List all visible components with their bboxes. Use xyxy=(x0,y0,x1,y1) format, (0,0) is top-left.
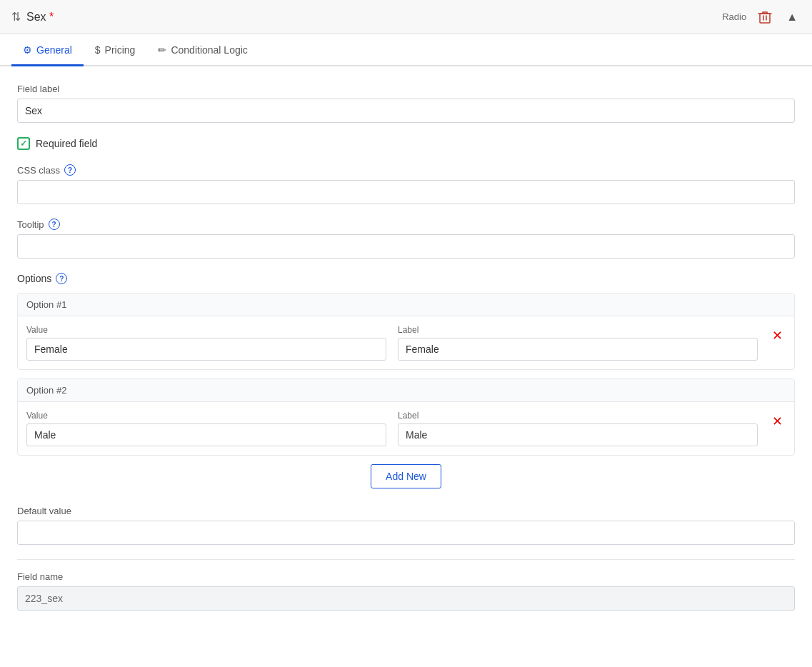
top-bar: ⇅ Sex * Radio ▲ xyxy=(0,0,812,34)
required-field-label: Required field xyxy=(36,138,97,149)
divider xyxy=(17,559,795,560)
default-value-label: Default value xyxy=(17,506,795,516)
option-block-1: Option #1 Value Label ✕ xyxy=(17,293,795,370)
option-block-2: Option #2 Value Label ✕ xyxy=(17,378,795,456)
option-2-remove: ✕ xyxy=(769,411,786,433)
default-value-input[interactable] xyxy=(17,521,795,545)
content-area: Field label ✓ Required field CSS class ?… xyxy=(0,66,812,642)
css-class-label: CSS class xyxy=(17,165,60,176)
field-label-group: Field label xyxy=(17,84,795,123)
sort-icon[interactable]: ⇅ xyxy=(11,10,21,24)
option-1-fields: Value Label ✕ xyxy=(18,316,794,369)
option-2-value-group: Value xyxy=(26,411,386,446)
option-1-value-input[interactable] xyxy=(26,338,386,361)
tooltip-group: Tooltip ? xyxy=(17,219,795,259)
default-value-group: Default value xyxy=(17,506,795,545)
option-2-value-label: Value xyxy=(26,411,386,421)
gear-icon: ⚙ xyxy=(23,44,32,56)
tooltip-help-icon[interactable]: ? xyxy=(49,219,60,230)
css-class-help-icon[interactable]: ? xyxy=(64,164,76,176)
tooltip-label: Tooltip xyxy=(17,219,44,230)
checkmark-icon: ✓ xyxy=(20,139,27,149)
tooltip-input[interactable] xyxy=(17,234,795,259)
required-star: * xyxy=(49,11,54,23)
option-1-value-label: Value xyxy=(26,325,386,335)
tab-general-label: General xyxy=(36,44,72,56)
field-title: Sex * xyxy=(26,11,54,24)
tabs-container: ⚙ General $ Pricing ✏ Conditional Logic xyxy=(0,34,812,66)
option-1-value-group: Value xyxy=(26,325,386,361)
top-bar-right: Radio ▲ xyxy=(722,7,801,27)
required-field-checkbox[interactable]: ✓ xyxy=(17,137,30,150)
tooltip-label-row: Tooltip ? xyxy=(17,219,795,230)
tab-general[interactable]: ⚙ General xyxy=(11,34,84,66)
svg-rect-0 xyxy=(760,14,770,23)
field-name-group: Field name xyxy=(17,571,795,611)
field-label-label: Field label xyxy=(17,84,795,94)
top-bar-left: ⇅ Sex * xyxy=(11,10,54,24)
collapse-button[interactable]: ▲ xyxy=(783,8,801,26)
option-1-remove-icon: ✕ xyxy=(772,328,783,343)
field-name-label: Field name xyxy=(17,571,795,582)
css-class-input[interactable] xyxy=(17,180,795,204)
option-2-value-input[interactable] xyxy=(26,423,386,446)
option-2-header: Option #2 xyxy=(18,379,794,402)
field-label-input[interactable] xyxy=(17,99,795,123)
add-new-button[interactable]: Add New xyxy=(371,464,441,488)
options-label: Options xyxy=(17,273,51,284)
option-1-remove: ✕ xyxy=(769,325,786,348)
css-class-label-row: CSS class ? xyxy=(17,164,795,176)
option-2-remove-icon: ✕ xyxy=(772,413,783,429)
field-name-input xyxy=(17,586,795,611)
pencil-icon: ✏ xyxy=(158,44,166,56)
option-1-label-label: Label xyxy=(398,325,758,335)
chevron-up-icon: ▲ xyxy=(786,11,798,23)
option-2-label-input[interactable] xyxy=(398,423,758,446)
option-2-label-group: Label xyxy=(398,411,758,446)
css-class-group: CSS class ? xyxy=(17,164,795,204)
tab-pricing[interactable]: $ Pricing xyxy=(84,34,147,66)
option-2-label-label: Label xyxy=(398,411,758,421)
options-section: Options ? Option #1 Value Label ✕ xyxy=(17,273,795,488)
field-type-label: Radio xyxy=(722,11,746,22)
delete-button[interactable] xyxy=(755,7,775,27)
option-1-remove-button[interactable]: ✕ xyxy=(769,325,786,346)
option-2-fields: Value Label ✕ xyxy=(18,402,794,455)
delete-icon xyxy=(758,10,772,24)
tab-conditional-logic[interactable]: ✏ Conditional Logic xyxy=(146,34,259,66)
tab-pricing-label: Pricing xyxy=(105,44,136,56)
option-1-label-input[interactable] xyxy=(398,338,758,361)
dollar-icon: $ xyxy=(95,44,101,56)
options-help-icon[interactable]: ? xyxy=(56,273,67,284)
option-1-label-group: Label xyxy=(398,325,758,361)
tab-conditional-logic-label: Conditional Logic xyxy=(171,44,247,56)
options-header: Options ? xyxy=(17,273,795,284)
option-1-header: Option #1 xyxy=(18,294,794,316)
field-title-text: Sex xyxy=(26,11,46,23)
required-field-row: ✓ Required field xyxy=(17,137,795,150)
option-2-remove-button[interactable]: ✕ xyxy=(769,411,786,432)
